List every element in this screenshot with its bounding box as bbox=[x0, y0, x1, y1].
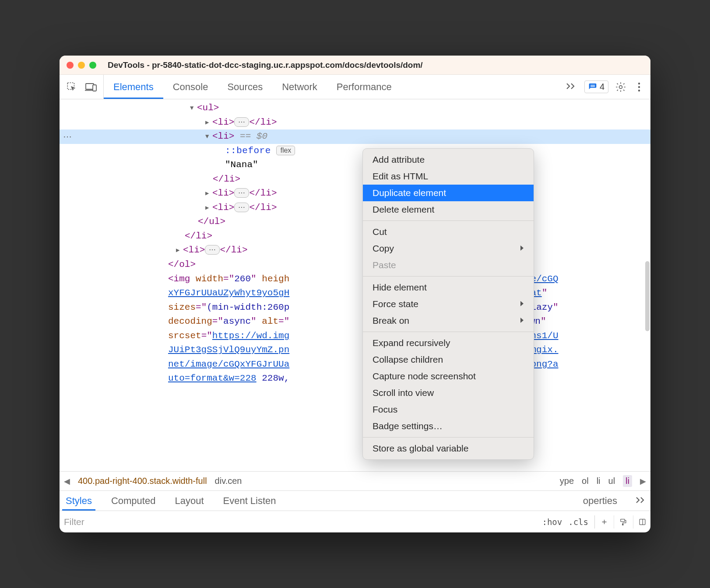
styles-filter-row: :hov .cls bbox=[60, 511, 650, 532]
tab-network[interactable]: Network bbox=[272, 75, 327, 99]
inspect-element-icon[interactable] bbox=[66, 81, 78, 93]
dom-tree[interactable]: ▼<ul> ▶<li>⋯</li> ⋯ ▼<li> == $0 ::before… bbox=[60, 99, 650, 386]
context-menu-label: Scroll into view bbox=[373, 388, 434, 398]
breadcrumb-item[interactable]: ol bbox=[582, 476, 589, 486]
context-menu-separator bbox=[363, 437, 534, 438]
breadcrumb-item[interactable]: ype bbox=[560, 476, 574, 486]
collapsed-dots-icon[interactable]: ⋯ bbox=[205, 245, 220, 255]
maximize-window-button[interactable] bbox=[89, 62, 96, 69]
chevron-right-icon bbox=[520, 316, 524, 326]
paint-icon[interactable] bbox=[614, 515, 627, 528]
context-menu-label: Capture node screenshot bbox=[373, 371, 476, 382]
context-menu-label: Paste bbox=[373, 260, 396, 270]
context-menu-label: Break on bbox=[373, 315, 409, 326]
device-toolbar-icon[interactable] bbox=[85, 81, 97, 93]
more-tabs-button[interactable] bbox=[563, 82, 578, 92]
issues-count: 4 bbox=[600, 82, 605, 92]
gutter-menu-icon[interactable]: ⋯ bbox=[63, 130, 73, 144]
selected-dom-node[interactable]: ⋯ ▼<li> == $0 bbox=[60, 130, 650, 144]
breadcrumb-scroll-left-icon[interactable]: ◀ bbox=[64, 476, 70, 486]
svg-rect-12 bbox=[621, 519, 625, 522]
context-menu-item[interactable]: Duplicate element bbox=[363, 185, 534, 201]
context-menu-item[interactable]: Force state bbox=[363, 296, 534, 312]
context-menu-item[interactable]: Break on bbox=[363, 312, 534, 329]
issues-button[interactable]: 4 bbox=[584, 80, 608, 93]
cls-toggle[interactable]: .cls bbox=[568, 517, 588, 527]
hov-toggle[interactable]: :hov bbox=[542, 517, 562, 527]
context-menu-label: Hide element bbox=[373, 282, 427, 293]
context-menu-label: Delete element bbox=[373, 204, 434, 215]
panel-tabs: Elements Console Sources Network Perform… bbox=[104, 75, 401, 99]
context-menu-label: Badge settings… bbox=[373, 421, 443, 431]
context-menu-separator bbox=[363, 220, 534, 221]
chevron-right-icon bbox=[520, 244, 524, 253]
close-window-button[interactable] bbox=[67, 62, 74, 69]
breadcrumb-item-current[interactable]: li bbox=[623, 475, 632, 487]
context-menu-item[interactable]: Focus bbox=[363, 401, 534, 418]
flex-badge[interactable]: flex bbox=[276, 146, 295, 155]
context-menu-label: Duplicate element bbox=[373, 188, 446, 198]
context-menu-label: Cut bbox=[373, 227, 387, 237]
traffic-lights bbox=[67, 62, 96, 69]
vertical-scrollbar[interactable] bbox=[645, 261, 650, 331]
context-menu-item[interactable]: Badge settings… bbox=[363, 418, 534, 434]
context-menu-label: Expand recursively bbox=[373, 338, 450, 348]
tab-elements[interactable]: Elements bbox=[104, 75, 163, 99]
subtab-properties[interactable]: operties bbox=[580, 491, 621, 511]
context-menu-label: Focus bbox=[373, 404, 397, 415]
minimize-window-button[interactable] bbox=[78, 62, 85, 69]
context-menu-item[interactable]: Collapse children bbox=[363, 351, 534, 368]
subtab-layout[interactable]: Layout bbox=[171, 491, 207, 511]
context-menu-item[interactable]: Copy bbox=[363, 240, 534, 257]
devtools-window: DevTools - pr-5840-static-dot-dcc-stagin… bbox=[60, 56, 650, 532]
context-menu-item[interactable]: Edit as HTML bbox=[363, 168, 534, 185]
context-menu-label: Collapse children bbox=[373, 354, 443, 365]
elements-panel[interactable]: ▼<ul> ▶<li>⋯</li> ⋯ ▼<li> == $0 ::before… bbox=[60, 99, 650, 471]
context-menu-label: Add attribute bbox=[373, 154, 425, 165]
context-menu-item[interactable]: Scroll into view bbox=[363, 385, 534, 401]
subtab-styles[interactable]: Styles bbox=[62, 491, 95, 511]
breadcrumb-item[interactable]: ul bbox=[608, 476, 615, 486]
context-menu-item[interactable]: Cut bbox=[363, 224, 534, 240]
kebab-menu-icon[interactable] bbox=[633, 81, 645, 93]
collapsed-dots-icon[interactable]: ⋯ bbox=[234, 188, 249, 198]
tab-sources[interactable]: Sources bbox=[218, 75, 272, 99]
svg-rect-13 bbox=[622, 524, 623, 525]
subtab-computed[interactable]: Computed bbox=[108, 491, 159, 511]
dom-breadcrumb[interactable]: ◀ 400.pad-right-400.stack.width-full div… bbox=[60, 471, 650, 490]
breadcrumb-item[interactable]: li bbox=[597, 476, 601, 486]
context-menu-item[interactable]: Delete element bbox=[363, 201, 534, 218]
context-menu-item[interactable]: Store as global variable bbox=[363, 440, 534, 457]
text-node: "Nana" bbox=[225, 160, 258, 170]
context-menu-label: Force state bbox=[373, 299, 418, 309]
svg-point-6 bbox=[619, 85, 622, 88]
styles-subtabs: Styles Computed Layout Event Listen oper… bbox=[60, 490, 650, 511]
context-menu-item[interactable]: Hide element bbox=[363, 279, 534, 296]
tab-performance[interactable]: Performance bbox=[327, 75, 401, 99]
context-menu-item[interactable]: Expand recursively bbox=[363, 335, 534, 351]
settings-icon[interactable] bbox=[615, 81, 627, 93]
context-menu-label: Copy bbox=[373, 243, 394, 254]
tab-console[interactable]: Console bbox=[163, 75, 218, 99]
collapsed-dots-icon[interactable]: ⋯ bbox=[234, 117, 249, 127]
context-menu[interactable]: Add attributeEdit as HTMLDuplicate eleme… bbox=[362, 148, 534, 460]
svg-point-9 bbox=[638, 89, 640, 91]
breadcrumb-item[interactable]: 400.pad-right-400.stack.width-full bbox=[78, 476, 207, 486]
context-menu-separator bbox=[363, 332, 534, 332]
titlebar: DevTools - pr-5840-static-dot-dcc-stagin… bbox=[60, 56, 650, 75]
svg-rect-5 bbox=[590, 86, 595, 87]
context-menu-item[interactable]: Capture node screenshot bbox=[363, 368, 534, 385]
computed-panel-icon[interactable] bbox=[633, 515, 646, 528]
svg-rect-3 bbox=[93, 85, 96, 91]
main-toolbar: Elements Console Sources Network Perform… bbox=[60, 75, 650, 99]
new-style-rule-icon[interactable] bbox=[594, 515, 608, 528]
breadcrumb-item[interactable]: div.cen bbox=[215, 476, 242, 486]
collapsed-dots-icon[interactable]: ⋯ bbox=[234, 203, 249, 212]
context-menu-separator bbox=[363, 276, 534, 276]
breadcrumb-scroll-right-icon[interactable]: ▶ bbox=[640, 476, 646, 486]
subtab-eventlisteners[interactable]: Event Listen bbox=[220, 491, 280, 511]
context-menu-item: Paste bbox=[363, 257, 534, 273]
styles-filter-input[interactable] bbox=[64, 517, 537, 527]
context-menu-item[interactable]: Add attribute bbox=[363, 151, 534, 168]
more-subtabs-button[interactable] bbox=[633, 496, 648, 506]
